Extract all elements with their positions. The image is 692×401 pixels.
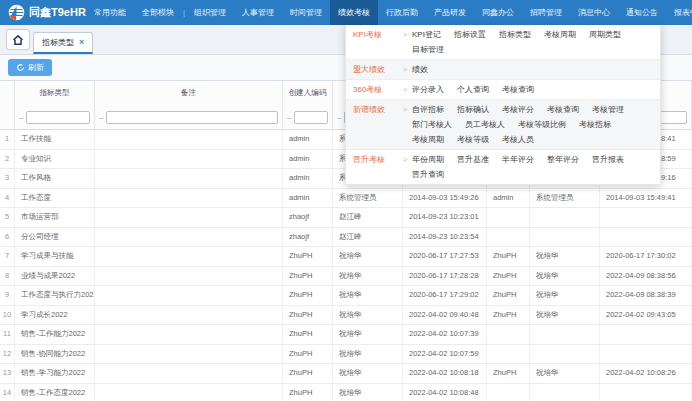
table-row[interactable]: 4工作态度admin系统管理员2014-09-03 15:49:26admin系…: [0, 189, 692, 209]
nav-item-同鑫办公[interactable]: 同鑫办公: [474, 0, 522, 25]
cell-num: 2: [0, 150, 15, 169]
table-row[interactable]: 6分公司经理zhaojf赵江峰2014-09-23 10:23:54: [0, 228, 692, 248]
menu-item-员工考核人[interactable]: 员工考核人: [465, 117, 505, 132]
menu-item-半年评分[interactable]: 半年评分: [502, 152, 534, 167]
menu-item-部门考核人[interactable]: 部门考核人: [412, 117, 452, 132]
cell-type: 工作风格: [15, 169, 95, 188]
nav-item-消息中心[interactable]: 消息中心: [570, 0, 618, 25]
cell-creator_code: ZhuPH: [283, 325, 333, 344]
menu-item-自评指标[interactable]: 自评指标: [412, 102, 444, 117]
table-row[interactable]: 11销售-工作能力2022ZhuPH祝培华2022-04-02 10:07:39: [0, 325, 692, 345]
menu-category-KPI考核[interactable]: KPI考核: [346, 27, 398, 42]
menu-item-绩效[interactable]: 绩效: [412, 62, 428, 77]
filter-input-note[interactable]: [106, 111, 278, 124]
filter-cell-type: –: [15, 105, 95, 129]
nav-item-产品研发[interactable]: 产品研发: [426, 0, 474, 25]
menu-category-新谱绩效[interactable]: 新谱绩效: [346, 102, 398, 117]
menu-item-指标确认[interactable]: 指标确认: [457, 102, 489, 117]
nav-item-招聘管理[interactable]: 招聘管理: [522, 0, 570, 25]
cell-modifier_code: ZhuPH: [487, 306, 530, 325]
table-row[interactable]: 7学习成果与技能ZhuPH祝培华2020-06-17 17:27:53ZhuPH…: [0, 247, 692, 267]
filter-input-type[interactable]: [26, 111, 90, 124]
cell-modifier_code: [487, 325, 530, 344]
cell-note: [95, 267, 283, 286]
menu-item-考核周期[interactable]: 考核周期: [544, 27, 576, 42]
menu-item-整年评分[interactable]: 整年评分: [547, 152, 579, 167]
menu-item-考核周期[interactable]: 考核周期: [412, 132, 444, 147]
menu-items-盟大绩效: 绩效: [412, 62, 660, 77]
cell-creator_code: admin: [283, 189, 333, 208]
menu-item-晋升基准[interactable]: 晋升基准: [457, 152, 489, 167]
cell-created: 2020-06-17 17:29:02: [403, 286, 487, 305]
nav-item-常用功能[interactable]: 常用功能: [86, 0, 134, 25]
tab-indicator-type[interactable]: 指标类型 ×: [33, 32, 93, 54]
menu-item-考核查询[interactable]: 考核查询: [502, 82, 534, 97]
menu-item-考核管理[interactable]: 考核管理: [592, 102, 624, 117]
table-row[interactable]: 9工作态度与执行力2022ZhuPH祝培华2020-06-17 17:29:02…: [0, 286, 692, 306]
menu-category-360考核[interactable]: 360考核: [346, 82, 398, 97]
nav-item-报表中心[interactable]: 报表中心: [666, 0, 692, 25]
cell-note: [95, 364, 283, 383]
filter-operator-dash[interactable]: –: [99, 113, 103, 122]
filter-operator-dash[interactable]: –: [287, 113, 291, 122]
menu-item-考核评分[interactable]: 考核评分: [502, 102, 534, 117]
table-row[interactable]: 12销售-协同能力2022ZhuPH祝培华2022-04-02 10:07:59: [0, 345, 692, 365]
menu-item-晋升报表[interactable]: 晋升报表: [592, 152, 624, 167]
cell-num: 12: [0, 345, 15, 364]
cell-note: [95, 169, 283, 188]
filter-operator-dash[interactable]: –: [337, 113, 341, 122]
table-row[interactable]: 14销售-工作态度2022ZhuPH祝培华2022-04-02 10:08:48: [0, 384, 692, 401]
menu-item-KPI登记[interactable]: KPI登记: [412, 27, 441, 42]
cell-modified: 2022-04-02 10:08:26: [600, 364, 692, 383]
cell-modifier_code: ZhuPH: [487, 267, 530, 286]
filter-operator-dash[interactable]: –: [19, 113, 23, 122]
nav-item-通知公告[interactable]: 通知公告: [618, 0, 666, 25]
menu-item-考核查询[interactable]: 考核查询: [547, 102, 579, 117]
menu-item-个人查询[interactable]: 个人查询: [457, 82, 489, 97]
cell-num: 8: [0, 267, 15, 286]
cell-creator_code: ZhuPH: [283, 345, 333, 364]
cell-num: 6: [0, 228, 15, 247]
menu-item-年份周期[interactable]: 年份周期: [412, 152, 444, 167]
cell-modifier: 祝培华: [530, 286, 600, 305]
table-row[interactable]: 13销售-学习能力2022ZhuPH祝培华2022-04-02 10:08:18…: [0, 364, 692, 384]
nav-item-人事管理[interactable]: 人事管理: [234, 0, 282, 25]
menu-item-指标类型[interactable]: 指标类型: [499, 27, 531, 42]
refresh-button[interactable]: 刷新: [8, 59, 52, 76]
menu-item-周期类型[interactable]: 周期类型: [589, 27, 621, 42]
cell-modifier: 祝培华: [530, 267, 600, 286]
chevron-right-icon: >: [398, 152, 412, 167]
nav-item-全部模块[interactable]: 全部模块: [134, 0, 182, 25]
cell-type: 分公司经理: [15, 228, 95, 247]
cell-modifier_code: [487, 384, 530, 401]
table-row[interactable]: 10学习成长2022ZhuPH祝培华2022-04-02 09:40:48Zhu…: [0, 306, 692, 326]
cell-creator: 祝培华: [333, 306, 403, 325]
cell-created: 2020-06-17 17:28:28: [403, 267, 487, 286]
nav-item-绩效考核[interactable]: 绩效考核: [330, 0, 378, 25]
cell-created: 2020-06-17 17:27:53: [403, 247, 487, 266]
filter-input-creator_code[interactable]: [294, 111, 328, 124]
nav-item-时间管理[interactable]: 时间管理: [282, 0, 330, 25]
menu-item-目标管理[interactable]: 目标管理: [412, 42, 444, 57]
nav-item-组织管理[interactable]: 组织管理: [186, 0, 234, 25]
menu-item-考核人员[interactable]: 考核人员: [502, 132, 534, 147]
menu-item-考核指标[interactable]: 考核指标: [579, 117, 611, 132]
menu-category-晋升考核[interactable]: 晋升考核: [346, 152, 398, 167]
menu-item-晋升查询[interactable]: 晋升查询: [412, 167, 444, 182]
table-row[interactable]: 5市场运营部zhaojf赵江峰2014-09-23 10:23:01: [0, 208, 692, 228]
cell-num: 3: [0, 169, 15, 188]
menu-items-KPI考核: KPI登记指标设置指标类型考核周期周期类型目标管理: [412, 27, 660, 57]
cell-modified: [600, 208, 692, 227]
app-title: 同鑫T9eHR: [29, 5, 86, 20]
table-row[interactable]: 8业绩与成果2022ZhuPH祝培华2020-06-17 17:28:28Zhu…: [0, 267, 692, 287]
home-button[interactable]: [6, 29, 30, 50]
nav-item-行政后勤[interactable]: 行政后勤: [378, 0, 426, 25]
menu-item-评分录入[interactable]: 评分录入: [412, 82, 444, 97]
menu-category-盟大绩效[interactable]: 盟大绩效: [346, 62, 398, 77]
cell-modified: 2022-04-09 08:38:39: [600, 286, 692, 305]
menu-item-指标设置[interactable]: 指标设置: [454, 27, 486, 42]
menu-item-考核等级[interactable]: 考核等级: [457, 132, 489, 147]
cell-note: [95, 325, 283, 344]
tab-close-icon[interactable]: ×: [79, 38, 84, 47]
menu-item-考核等级比例[interactable]: 考核等级比例: [518, 117, 566, 132]
